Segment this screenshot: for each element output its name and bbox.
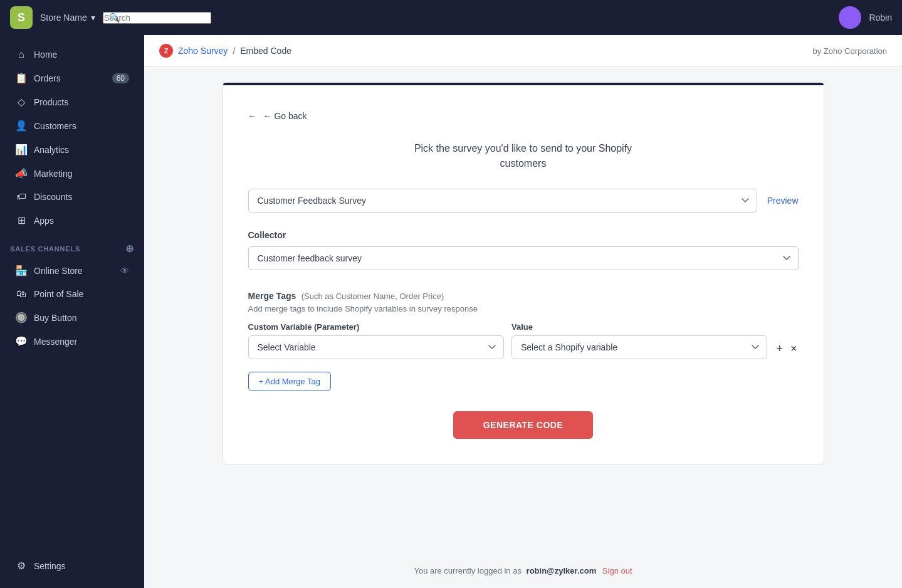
merge-tags-header: Merge Tags (Such as Customer Name, Order… <box>248 290 799 302</box>
sidebar-item-point-of-sale[interactable]: 🛍 Point of Sale <box>5 283 139 305</box>
sidebar-item-label: Messenger <box>34 337 77 347</box>
breadcrumb-current: Embed Code <box>240 46 291 56</box>
add-sales-channel-icon[interactable]: ⊕ <box>125 243 134 255</box>
sidebar-item-label: Discounts <box>34 192 72 202</box>
by-label: by Zoho Corporation <box>812 46 887 56</box>
orders-badge: 60 <box>112 73 129 83</box>
products-icon: ◇ <box>15 96 28 108</box>
breadcrumb-separator: / <box>233 46 235 56</box>
value-label: Value <box>511 322 767 332</box>
collector-label: Collector <box>248 230 799 240</box>
sidebar-item-discounts[interactable]: 🏷 Discounts <box>5 186 139 208</box>
footer-prefix: You are currently logged in as <box>414 566 522 575</box>
footer-email: robin@zylker.com <box>527 566 597 575</box>
go-back-arrow-icon: ← <box>248 111 257 121</box>
custom-variable-column: Custom Variable (Parameter) Select Varia… <box>248 322 504 359</box>
home-icon: ⌂ <box>15 49 28 60</box>
merge-tag-actions: + × <box>775 322 798 357</box>
go-back-button[interactable]: ← ← Go back <box>248 111 307 121</box>
chevron-down-icon: ▾ <box>91 13 95 23</box>
customers-icon: 👤 <box>15 120 28 132</box>
sidebar-item-messenger[interactable]: 💬 Messenger <box>5 330 139 353</box>
collector-section: Collector Customer feedback survey <box>248 230 799 270</box>
zoho-icon: Z <box>159 44 173 58</box>
add-row-button[interactable]: + <box>775 341 784 357</box>
store-name: Store Name <box>40 13 87 23</box>
search-icon: 🔍 <box>109 13 120 23</box>
merge-tags-row: Custom Variable (Parameter) Select Varia… <box>248 322 799 359</box>
pos-icon: 🛍 <box>15 288 28 300</box>
eye-icon[interactable]: 👁 <box>120 266 129 276</box>
add-merge-tag-button[interactable]: + Add Merge Tag <box>248 372 331 391</box>
breadcrumb-app-link[interactable]: Zoho Survey <box>178 46 228 56</box>
sidebar-item-label: Settings <box>34 561 66 571</box>
footer: You are currently logged in as robin@zyl… <box>144 554 902 588</box>
survey-select-row: Customer Feedback Survey Preview <box>248 189 799 213</box>
discounts-icon: 🏷 <box>15 191 28 202</box>
sidebar-item-label: Buy Button <box>34 313 77 323</box>
analytics-icon: 📊 <box>15 144 28 155</box>
merge-tags-desc: Add merge tags to include Shopify variab… <box>248 304 799 313</box>
merge-tags-title: Merge Tags <box>248 291 296 301</box>
sidebar-item-buy-button[interactable]: 🔘 Buy Button <box>5 306 139 329</box>
shopify-logo: S <box>10 6 33 29</box>
breadcrumb: Z Zoho Survey / Embed Code <box>159 44 291 58</box>
survey-dropdown[interactable]: Customer Feedback Survey <box>248 189 757 213</box>
value-column: Value Select a Shopify variable <box>511 322 767 359</box>
sales-channels-section: SALES CHANNELS ⊕ <box>0 233 144 258</box>
sidebar-item-label: Point of Sale <box>34 289 83 299</box>
sidebar-item-settings[interactable]: ⚙ Settings <box>5 554 139 577</box>
store-name-area[interactable]: Store Name ▾ <box>40 13 95 23</box>
merge-tags-section: Merge Tags (Such as Customer Name, Order… <box>248 290 799 391</box>
search-bar-wrapper: 🔍 <box>103 12 832 24</box>
sidebar-item-label: Products <box>34 97 68 107</box>
sidebar-item-label: Home <box>34 50 57 60</box>
sidebar-item-home[interactable]: ⌂ Home <box>5 43 139 66</box>
sidebar-item-online-store[interactable]: 🏪 Online Store 👁 <box>5 259 139 282</box>
collector-dropdown[interactable]: Customer feedback survey <box>248 246 799 270</box>
sidebar-item-apps[interactable]: ⊞ Apps <box>5 209 139 232</box>
sidebar-item-label: Online Store <box>34 266 83 276</box>
orders-icon: 📋 <box>15 72 28 84</box>
sidebar-item-marketing[interactable]: 📣 Marketing <box>5 162 139 185</box>
footer-signout[interactable]: Sign out <box>602 566 632 575</box>
sidebar-item-customers[interactable]: 👤 Customers <box>5 114 139 137</box>
settings-icon: ⚙ <box>15 560 28 572</box>
remove-row-button[interactable]: × <box>789 341 799 357</box>
marketing-icon: 📣 <box>15 167 28 179</box>
sidebar-item-label: Marketing <box>34 169 72 179</box>
sidebar-item-analytics[interactable]: 📊 Analytics <box>5 138 139 161</box>
apps-icon: ⊞ <box>15 214 28 226</box>
preview-link[interactable]: Preview <box>767 196 799 206</box>
breadcrumb-bar: Z Zoho Survey / Embed Code by Zoho Corpo… <box>144 35 902 67</box>
messenger-icon: 💬 <box>15 335 28 347</box>
sidebar: ⌂ Home 📋 Orders 60 ◇ Products 👤 Customer… <box>0 35 144 588</box>
sidebar-item-label: Analytics <box>34 145 69 155</box>
buy-button-icon: 🔘 <box>15 312 28 323</box>
pick-survey-title: Pick the survey you'd like to send to yo… <box>248 141 799 171</box>
sidebar-item-label: Apps <box>34 216 54 226</box>
online-store-icon: 🏪 <box>15 265 28 276</box>
sidebar-item-label: Customers <box>34 121 76 131</box>
sales-channels-label: SALES CHANNELS <box>10 245 80 253</box>
custom-variable-label: Custom Variable (Parameter) <box>248 322 504 332</box>
sidebar-item-orders[interactable]: 📋 Orders 60 <box>5 66 139 90</box>
sidebar-item-products[interactable]: ◇ Products <box>5 90 139 113</box>
select-variable-dropdown[interactable]: Select Variable <box>248 335 504 359</box>
merge-tags-hint: (Such as Customer Name, Order Price) <box>302 291 444 301</box>
content-area: ← ← Go back Pick the survey you'd like t… <box>144 67 902 554</box>
top-nav: S Store Name ▾ 🔍 Robin <box>0 0 902 35</box>
main-content: Z Zoho Survey / Embed Code by Zoho Corpo… <box>144 35 902 588</box>
sidebar-item-label: Orders <box>34 73 61 83</box>
select-shopify-dropdown[interactable]: Select a Shopify variable <box>511 335 767 359</box>
avatar[interactable] <box>839 6 861 29</box>
generate-code-button[interactable]: GENERATE CODE <box>453 411 594 439</box>
card-top-border <box>223 83 824 85</box>
user-name: Robin <box>869 13 892 23</box>
main-card: ← ← Go back Pick the survey you'd like t… <box>223 82 824 465</box>
go-back-label: ← Go back <box>263 111 307 121</box>
